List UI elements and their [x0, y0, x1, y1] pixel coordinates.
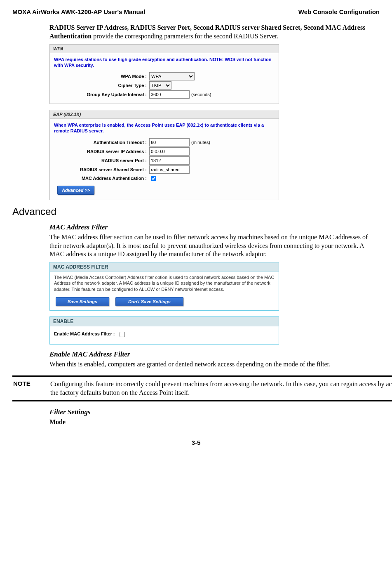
wpa-mode-select[interactable]: WPA	[149, 72, 195, 80]
radius-para-tail: provide the corresponding parameters for…	[92, 33, 278, 40]
wpa-mode-label: WPA Mode :	[54, 74, 149, 79]
mac-auth-checkbox[interactable]	[151, 176, 156, 181]
cipher-type-label: Cipher Type :	[54, 83, 149, 88]
eap-panel-title: EAP (802.1X)	[50, 110, 279, 119]
mac-address-filter-title: MAC ADDRESS FILTER	[50, 262, 279, 272]
cipher-type-select[interactable]: TKIP	[149, 81, 171, 90]
radius-paragraph: RADIUS Server IP Address, RADIUS Server …	[49, 24, 380, 41]
enable-panel: ENABLE Enable MAC Address Filter :	[49, 316, 279, 345]
enable-mac-filter-paragraph: When this is enabled, computers are gran…	[49, 360, 380, 369]
note-text: Configuring this feature incorrectly cou…	[50, 380, 392, 397]
save-settings-button[interactable]: Save Settings	[56, 297, 109, 306]
radius-port-label: RADIUS server Port :	[54, 158, 149, 163]
wpa-panel-desc: WPA requires stations to use high grade …	[54, 57, 275, 68]
enable-mac-filter-heading: Enable MAC Address Filter	[49, 350, 380, 359]
page-number: 3-5	[12, 439, 380, 446]
enable-mac-filter-label: Enable MAC Address Filter :	[54, 331, 115, 336]
radius-secret-label: RADIUS server Shared Secret :	[54, 167, 149, 172]
mac-auth-label: MAC Address Authentication :	[54, 176, 149, 181]
note-block: NOTE Configuring this feature incorrectl…	[12, 375, 392, 402]
mode-heading: Mode	[49, 418, 380, 427]
advanced-heading: Advanced	[12, 206, 380, 217]
eap-panel: EAP (802.1X) When WPA enterprise is enab…	[49, 110, 279, 200]
enable-mac-filter-checkbox[interactable]	[120, 332, 125, 337]
eap-panel-desc: When WPA enterprise is enabled, the Acce…	[54, 122, 275, 134]
dont-save-settings-button[interactable]: Don't Save Settings	[115, 297, 183, 306]
gkui-suffix: (seconds)	[191, 92, 211, 97]
radius-secret-input[interactable]	[149, 165, 190, 174]
auth-timeout-suffix: (minutes)	[191, 140, 210, 145]
gkui-input[interactable]	[149, 90, 190, 99]
radius-ip-input[interactable]	[149, 147, 190, 156]
gkui-label: Group Key Update Interval :	[54, 92, 149, 97]
mac-address-filter-desc: The MAC (Media Access Controller) Addres…	[50, 272, 279, 294]
header-right: Web Console Configuration	[298, 8, 380, 15]
header-left: MOXA AirWorks AWK-1200-AP User's Manual	[12, 8, 145, 15]
mac-address-filter-panel: MAC ADDRESS FILTER The MAC (Media Access…	[49, 262, 279, 311]
note-label: NOTE	[12, 380, 50, 397]
auth-timeout-label: Authentication Timeout :	[54, 140, 149, 145]
enable-panel-title: ENABLE	[50, 317, 279, 326]
page-header: MOXA AirWorks AWK-1200-AP User's Manual …	[12, 8, 380, 15]
mac-filter-heading: MAC Address Filter	[49, 223, 380, 231]
filter-settings-heading: Filter Settings	[49, 408, 380, 416]
radius-ip-label: RADIUS server IP Address :	[54, 149, 149, 154]
radius-port-input[interactable]	[149, 156, 190, 165]
mac-filter-paragraph: The MAC address filter section can be us…	[49, 233, 380, 259]
wpa-panel-title: WPA	[50, 45, 279, 53]
wpa-panel: WPA WPA requires stations to use high gr…	[49, 44, 279, 104]
auth-timeout-input[interactable]	[149, 138, 190, 146]
advanced-button[interactable]: Advanced >>	[57, 186, 94, 195]
